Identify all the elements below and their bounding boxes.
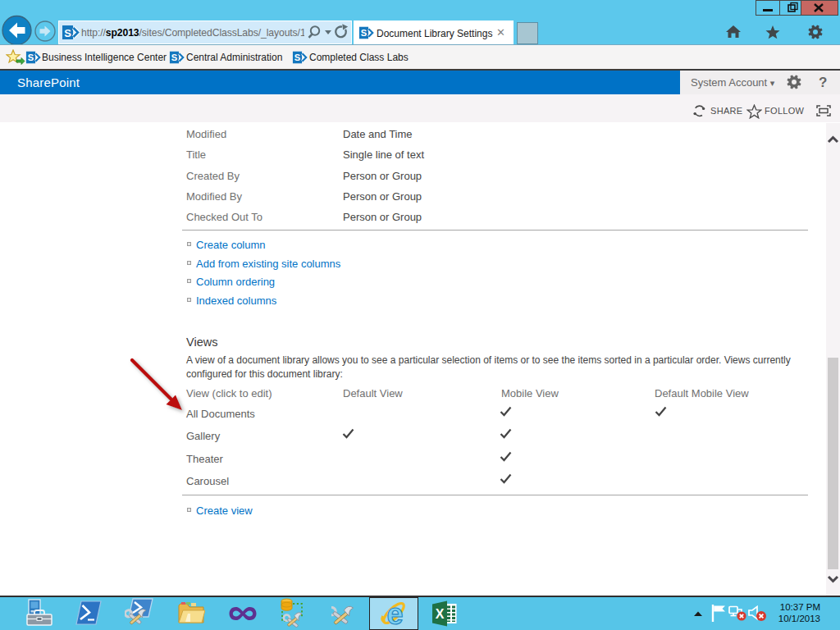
- svg-text:X: X: [436, 607, 445, 621]
- svg-text:S: S: [171, 52, 177, 62]
- svg-text:S: S: [361, 28, 367, 38]
- svg-text:?: ?: [819, 75, 827, 90]
- svg-text:e: e: [386, 599, 403, 628]
- svg-text:S: S: [28, 52, 34, 62]
- svg-text:S: S: [64, 27, 71, 39]
- svg-text:S: S: [294, 52, 300, 62]
